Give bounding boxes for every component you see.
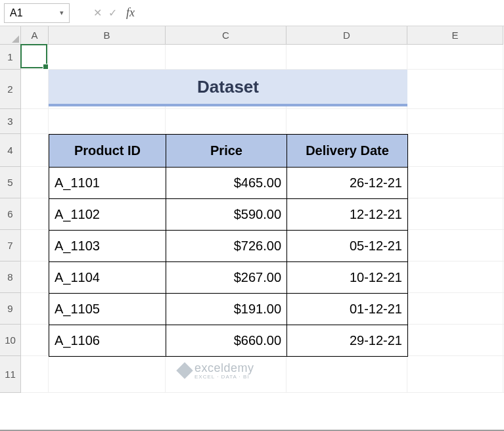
table-row[interactable]: A_1102$590.0012-12-21 <box>49 199 408 231</box>
cell-price[interactable]: $726.00 <box>166 231 287 262</box>
name-box-value: A1 <box>10 7 23 19</box>
cell-product-id[interactable]: A_1104 <box>49 262 166 294</box>
row-header-7[interactable]: 7 <box>0 230 21 261</box>
table-header[interactable]: Product ID <box>49 135 166 168</box>
chevron-down-icon[interactable]: ▾ <box>60 9 64 17</box>
cell-product-id[interactable]: A_1106 <box>49 325 166 357</box>
row-header-9[interactable]: 9 <box>0 293 21 325</box>
watermark: exceldemyEXCEL · DATA · BI <box>179 361 254 380</box>
row-header-10[interactable]: 10 <box>0 325 21 356</box>
cell-date[interactable]: 05-12-21 <box>287 231 408 262</box>
column-header-C[interactable]: C <box>166 26 286 45</box>
table-row[interactable]: A_1105$191.0001-12-21 <box>49 294 408 325</box>
cell-price[interactable]: $267.00 <box>166 262 287 294</box>
cell-date[interactable]: 29-12-21 <box>287 325 408 357</box>
table-header[interactable]: Delivery Date <box>287 135 408 168</box>
row-header-5[interactable]: 5 <box>0 167 21 198</box>
active-cell-outline <box>20 44 47 68</box>
accept-formula-icon: ✓ <box>108 7 117 19</box>
table-row[interactable]: A_1106$660.0029-12-21 <box>49 325 408 357</box>
column-header-A[interactable]: A <box>21 26 49 45</box>
row-header-6[interactable]: 6 <box>0 198 21 230</box>
row-header-4[interactable]: 4 <box>0 134 21 167</box>
formula-bar-row: A1 ▾ ✕ ✓ fx <box>0 0 504 26</box>
table-row[interactable]: A_1104$267.0010-12-21 <box>49 262 408 294</box>
cell-product-id[interactable]: A_1103 <box>49 231 166 262</box>
column-header-B[interactable]: B <box>49 26 166 45</box>
cancel-formula-icon: ✕ <box>93 7 102 19</box>
row-header-1[interactable]: 1 <box>0 45 21 70</box>
cell-price[interactable]: $660.00 <box>166 325 287 357</box>
cell-date[interactable]: 01-12-21 <box>287 294 408 325</box>
cell-product-id[interactable]: A_1105 <box>49 294 166 325</box>
cell-date[interactable]: 12-12-21 <box>287 199 408 231</box>
cell-date[interactable]: 10-12-21 <box>287 262 408 294</box>
cells-area[interactable]: DatasetProduct IDPriceDelivery DateA_110… <box>21 45 504 393</box>
name-box[interactable]: A1 ▾ <box>4 3 70 23</box>
formula-input[interactable] <box>143 3 419 23</box>
table-row[interactable]: A_1101$465.0026-12-21 <box>49 168 408 199</box>
row-header-2[interactable]: 2 <box>0 70 21 109</box>
cell-product-id[interactable]: A_1101 <box>49 168 166 199</box>
cell-price[interactable]: $465.00 <box>166 168 287 199</box>
select-all-corner[interactable] <box>0 26 21 45</box>
column-header-E[interactable]: E <box>407 26 503 45</box>
dataset-title[interactable]: Dataset <box>49 70 407 106</box>
cell-product-id[interactable]: A_1102 <box>49 199 166 231</box>
cell-price[interactable]: $191.00 <box>166 294 287 325</box>
grid-body: 1234567891011 DatasetProduct IDPriceDeli… <box>0 45 504 393</box>
watermark-logo-icon <box>176 362 193 378</box>
fx-icon[interactable]: fx <box>126 6 135 20</box>
fx-button-group: ✕ ✓ fx <box>93 6 135 20</box>
column-header-row: ABCDE <box>0 26 504 45</box>
row-header-8[interactable]: 8 <box>0 261 21 293</box>
cell-date[interactable]: 26-12-21 <box>287 168 408 199</box>
row-header-11[interactable]: 11 <box>0 356 21 393</box>
table-row[interactable]: A_1103$726.0005-12-21 <box>49 231 408 262</box>
data-table[interactable]: Product IDPriceDelivery DateA_1101$465.0… <box>49 134 408 357</box>
table-header[interactable]: Price <box>166 135 287 168</box>
cell-price[interactable]: $590.00 <box>166 199 287 231</box>
column-header-D[interactable]: D <box>286 26 407 45</box>
row-header-3[interactable]: 3 <box>0 109 21 134</box>
